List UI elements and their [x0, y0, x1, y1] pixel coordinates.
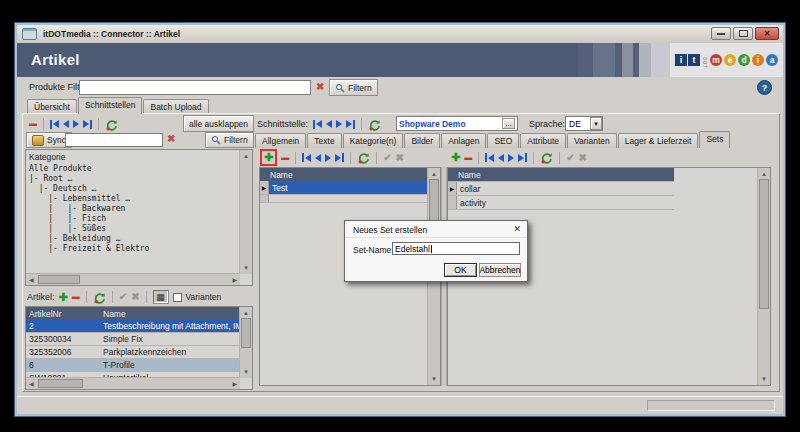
remove-group-icon[interactable]: ▬ — [464, 154, 472, 162]
confirm-icon[interactable]: ✔ — [119, 292, 127, 302]
confirm-icon[interactable]: ✔ — [566, 153, 574, 163]
interface-more-button[interactable]: ... — [502, 118, 515, 129]
close-button[interactable]: ✕ — [755, 27, 779, 40]
dropdown-arrow-icon[interactable]: ▼ — [590, 117, 602, 130]
remove-artikel-icon[interactable]: ▬ — [72, 293, 80, 301]
list-item[interactable]: ▶ collar — [448, 182, 674, 196]
product-filter-button[interactable]: Filtern — [329, 79, 378, 96]
scroll-right-icon[interactable]: ▶ — [232, 381, 237, 387]
cancel-icon[interactable]: ✖ — [396, 153, 404, 163]
scroll-left-icon[interactable]: ◀ — [29, 277, 34, 283]
artikel-vscrollbar[interactable]: ▲ ▼ — [239, 307, 252, 378]
refresh-icon[interactable] — [357, 151, 370, 164]
tab-texte[interactable]: Texte — [307, 133, 341, 148]
minimize-button[interactable] — [711, 27, 731, 40]
category-filter-button[interactable]: Filtern — [205, 132, 254, 148]
tree-node[interactable]: | |- Süßes — [29, 224, 149, 234]
nav-prev-icon[interactable] — [63, 120, 69, 128]
maximize-button[interactable] — [733, 27, 753, 40]
scroll-down-icon[interactable]: ▼ — [431, 376, 437, 382]
nav-prev-icon[interactable] — [326, 120, 332, 128]
nav-first-icon[interactable] — [313, 120, 322, 129]
tab-sets[interactable]: Sets — [699, 131, 730, 148]
interface-field[interactable]: Shopware Demo ... — [396, 116, 518, 131]
tab-lager-lieferzeit[interactable]: Lager & Lieferzeit — [618, 133, 699, 148]
table-row[interactable]: 2 Testbeschreibung mit Attachment, IMG — [26, 320, 239, 333]
tree-node[interactable]: |- Deutsch … — [29, 184, 149, 194]
tab-batch-upload[interactable]: Batch Upload — [143, 99, 208, 114]
tab-schnittstellen[interactable]: Schnittstellen — [78, 97, 143, 114]
help-button[interactable]: ? — [757, 80, 772, 95]
category-hscrollbar[interactable]: ◀ ▶ — [26, 273, 240, 285]
confirm-icon[interactable]: ✔ — [383, 153, 391, 163]
artikel-hscrollbar[interactable]: ◀ ▶ — [26, 377, 240, 389]
nav-last-icon[interactable] — [518, 153, 527, 162]
sync-search-input[interactable] — [65, 133, 163, 147]
tab-varianten[interactable]: Varianten — [567, 133, 617, 148]
nav-last-icon[interactable] — [83, 120, 92, 129]
vscroll-thumb[interactable] — [241, 318, 251, 348]
hscroll-thumb[interactable] — [38, 379, 83, 388]
nav-next-icon[interactable] — [325, 154, 331, 162]
nav-last-icon[interactable] — [346, 120, 355, 129]
tree-node[interactable]: |- Lebensmittel … — [29, 194, 149, 204]
tree-node[interactable]: |- Root … — [29, 174, 149, 184]
language-select[interactable]: DE ▼ — [565, 116, 603, 131]
scroll-down-icon[interactable]: ▼ — [243, 369, 249, 375]
sets-right-vscrollbar[interactable]: ▲ ▼ — [757, 168, 770, 385]
nav-next-icon[interactable] — [73, 120, 79, 128]
category-tree[interactable]: Alle Produkte |- Root … |- Deutsch … |- … — [29, 164, 149, 254]
nav-prev-icon[interactable] — [498, 154, 504, 162]
tab-bilder[interactable]: Bilder — [404, 133, 440, 148]
scroll-down-icon[interactable]: ▼ — [761, 376, 767, 382]
scroll-up-icon[interactable]: ▲ — [761, 171, 767, 177]
remove-icon[interactable]: ▬ — [29, 120, 37, 128]
tree-node[interactable]: | |- Backwaren — [29, 204, 149, 214]
scroll-up-icon[interactable]: ▲ — [431, 171, 437, 177]
grid-view-toggle[interactable]: ▦ — [153, 290, 169, 304]
nav-next-icon[interactable] — [508, 154, 514, 162]
refresh-icon[interactable] — [105, 118, 118, 131]
tree-node[interactable]: | |- Fisch — [29, 214, 149, 224]
vscroll-thumb[interactable] — [759, 179, 769, 309]
scroll-left-icon[interactable]: ◀ — [29, 381, 34, 387]
cancel-button[interactable]: Abbrechen — [479, 263, 521, 277]
scroll-right-icon[interactable]: ▶ — [232, 277, 237, 283]
ok-button[interactable]: OK — [444, 263, 477, 277]
tree-node[interactable]: |- Bekleidung … — [29, 234, 149, 244]
product-filter-input[interactable] — [79, 80, 311, 95]
nav-next-icon[interactable] — [336, 120, 342, 128]
tab-allgemein[interactable]: Allgemein — [255, 133, 306, 148]
add-artikel-icon[interactable]: ✚ — [59, 292, 68, 303]
clear-filter-icon[interactable]: ✖ — [316, 82, 324, 92]
cancel-icon[interactable]: ✖ — [131, 292, 139, 302]
tab-anlagen[interactable]: Anlagen — [441, 133, 486, 148]
scroll-up-icon[interactable]: ▲ — [243, 310, 249, 316]
dialog-close-icon[interactable]: ✕ — [513, 224, 521, 234]
title-bar[interactable]: itDOTmedia :: Connector :: Artikel ✕ — [17, 25, 783, 44]
refresh-icon[interactable] — [540, 151, 553, 164]
nav-first-icon[interactable] — [302, 153, 311, 162]
category-vscrollbar[interactable]: ▲ ▼ — [239, 150, 252, 274]
hscroll-thumb[interactable] — [38, 275, 80, 284]
vscroll-thumb[interactable] — [429, 179, 439, 223]
tab-attribute[interactable]: Attribute — [520, 133, 566, 148]
refresh-icon[interactable] — [368, 118, 381, 131]
cancel-icon[interactable]: ✖ — [579, 153, 587, 163]
sync-clear-icon[interactable]: ✖ — [167, 134, 175, 144]
scroll-up-icon[interactable]: ▲ — [243, 153, 249, 159]
nav-prev-icon[interactable] — [315, 154, 321, 162]
remove-set-icon[interactable]: ▬ — [281, 154, 289, 162]
set-name-input[interactable]: Edelstahl — [392, 242, 520, 255]
add-group-icon[interactable]: ✚ — [451, 152, 460, 163]
tab-seo[interactable]: SEO — [487, 133, 519, 148]
table-row[interactable]: 325352006 Parkplatzkennzeichen — [26, 346, 239, 359]
table-row[interactable]: 6 T-Profile — [26, 359, 239, 372]
varianten-checkbox[interactable] — [173, 293, 182, 302]
tab-kategorien[interactable]: Kategorie(n) — [343, 133, 404, 148]
nav-first-icon[interactable] — [485, 153, 494, 162]
tree-node[interactable]: Alle Produkte — [29, 164, 149, 174]
nav-first-icon[interactable] — [50, 120, 59, 129]
list-item[interactable]: ▶ Test — [260, 181, 427, 195]
scroll-down-icon[interactable]: ▼ — [243, 265, 249, 271]
